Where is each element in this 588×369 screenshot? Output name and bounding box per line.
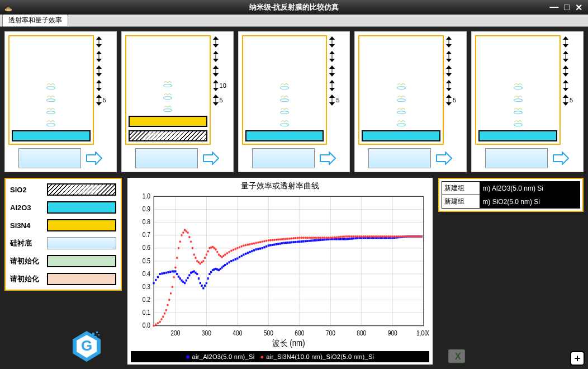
empty-layer-slot[interactable] xyxy=(362,118,440,127)
layer-slab-si3n4[interactable] xyxy=(129,116,207,127)
svg-rect-199 xyxy=(265,245,267,248)
substrate-slab[interactable] xyxy=(135,148,198,168)
layer-column[interactable] xyxy=(125,35,211,145)
svg-point-359 xyxy=(293,237,295,239)
chart-body[interactable]: 2003004005006007008009001,0000.00.10.20.… xyxy=(131,192,429,349)
layer-slab-al2o3[interactable] xyxy=(362,130,440,141)
empty-layer-slot[interactable] xyxy=(12,118,91,127)
thickness-spinner[interactable] xyxy=(563,51,580,62)
thickness-spinner[interactable]: 5 xyxy=(96,94,113,106)
layer-column[interactable] xyxy=(475,35,561,145)
empty-layer-slot[interactable] xyxy=(362,106,440,115)
legend-swatch-si3n4[interactable] xyxy=(47,219,116,231)
empty-layer-slot[interactable] xyxy=(362,93,440,102)
substrate-slab[interactable] xyxy=(368,148,431,168)
empty-layer-slot[interactable] xyxy=(478,118,557,127)
thickness-spinner[interactable] xyxy=(563,65,580,77)
empty-layer-slot[interactable] xyxy=(245,118,324,127)
legend-swatch-g2[interactable] xyxy=(47,273,116,285)
thickness-spinner[interactable] xyxy=(446,51,463,62)
thickness-spinner[interactable] xyxy=(213,65,230,77)
thickness-spinner[interactable] xyxy=(446,80,463,91)
substrate-slab[interactable] xyxy=(252,148,315,168)
svg-marker-43 xyxy=(329,44,335,48)
svg-point-397 xyxy=(366,235,368,238)
run-arrow-button[interactable] xyxy=(318,150,337,167)
svg-point-287 xyxy=(165,309,167,311)
legend-swatch-g1[interactable] xyxy=(47,255,116,267)
layer-column[interactable] xyxy=(8,35,94,145)
layer-slab-al2o3[interactable] xyxy=(478,130,557,141)
thickness-spinner[interactable]: 5 xyxy=(329,94,346,106)
empty-layer-slot[interactable] xyxy=(245,106,324,115)
layer-slab-sio2[interactable] xyxy=(129,130,207,141)
close-button[interactable]: ✕ xyxy=(573,2,585,13)
thickness-spinner[interactable] xyxy=(446,65,463,77)
empty-layer-slot[interactable] xyxy=(478,81,557,90)
empty-layer-slot[interactable] xyxy=(129,79,207,88)
svg-rect-212 xyxy=(291,241,292,243)
svg-rect-215 xyxy=(297,241,298,243)
add-button[interactable]: + xyxy=(570,351,585,366)
svg-rect-147 xyxy=(174,271,176,273)
empty-layer-slot[interactable] xyxy=(362,81,440,90)
thickness-spinner[interactable]: 5 xyxy=(446,94,463,106)
thickness-spinner[interactable] xyxy=(563,36,580,48)
substrate-slab[interactable] xyxy=(18,148,81,168)
empty-layer-slot[interactable] xyxy=(245,81,324,90)
legend-label: 请初始化 xyxy=(10,274,41,284)
group-name-cell: 新建组 xyxy=(442,195,480,209)
layer-slab-al2o3[interactable] xyxy=(245,130,324,141)
thickness-spinner[interactable] xyxy=(329,36,346,48)
legend-swatch-al2o3[interactable] xyxy=(47,201,116,214)
thickness-spinner[interactable] xyxy=(329,80,346,91)
tab-transmittance[interactable]: 透射率和量子效率 xyxy=(2,14,68,26)
svg-point-422 xyxy=(415,235,416,238)
svg-rect-186 xyxy=(239,256,240,258)
group-row[interactable]: 新建组m) Al2O3(5.0 nm) Si xyxy=(442,182,580,195)
substrate-slab[interactable] xyxy=(485,148,548,168)
thickness-spinner[interactable] xyxy=(96,65,113,77)
run-arrow-button[interactable] xyxy=(201,150,220,167)
main-area: 5105555 SiO2Al2O3Si3N4硅衬底请初始化请初始化 量子效率或透… xyxy=(0,27,588,369)
empty-layer-slot[interactable] xyxy=(478,93,557,102)
svg-point-389 xyxy=(351,235,353,238)
minimize-button[interactable]: — xyxy=(547,2,561,13)
svg-point-405 xyxy=(382,235,383,238)
thickness-spinner[interactable] xyxy=(446,36,463,48)
thickness-spinner[interactable] xyxy=(96,51,113,62)
svg-point-401 xyxy=(374,235,376,238)
empty-layer-slot[interactable] xyxy=(12,81,91,90)
empty-layer-slot[interactable] xyxy=(478,106,557,115)
empty-layer-slot[interactable] xyxy=(245,93,324,102)
thickness-spinner[interactable] xyxy=(329,65,346,77)
svg-point-383 xyxy=(339,236,341,238)
run-arrow-button[interactable] xyxy=(434,150,453,167)
thickness-spinner[interactable]: 5 xyxy=(563,94,580,106)
legend-swatch-substrate[interactable] xyxy=(47,237,116,249)
empty-layer-slot[interactable] xyxy=(12,93,91,102)
thickness-spinner[interactable] xyxy=(96,36,113,48)
run-arrow-button[interactable] xyxy=(84,150,103,167)
legend-swatch-sio2[interactable] xyxy=(47,183,116,196)
empty-layer-slot[interactable] xyxy=(12,106,91,115)
thickness-spinner[interactable]: 10 xyxy=(213,80,230,91)
layer-column[interactable] xyxy=(242,35,328,145)
legend-row: Si3N4 xyxy=(10,219,116,231)
thickness-spinner[interactable] xyxy=(213,36,230,48)
group-row[interactable]: 新建组m) SiO2(5.0 nm) Si xyxy=(442,195,580,209)
maximize-button[interactable]: □ xyxy=(562,2,572,13)
thickness-spinner[interactable] xyxy=(96,80,113,91)
run-arrow-button[interactable] xyxy=(551,150,570,167)
empty-layer-slot[interactable] xyxy=(129,91,207,100)
thickness-spinner[interactable] xyxy=(563,80,580,91)
stack-panel: 5 xyxy=(4,31,117,172)
thickness-spinner[interactable]: 5 xyxy=(213,94,230,106)
thickness-spinner[interactable] xyxy=(329,51,346,62)
thickness-spinner[interactable] xyxy=(213,51,230,62)
svg-point-384 xyxy=(341,236,343,238)
layer-slab-al2o3[interactable] xyxy=(12,130,91,141)
empty-layer-slot[interactable] xyxy=(129,103,207,112)
layer-column[interactable] xyxy=(358,35,444,145)
svg-point-40 xyxy=(280,111,288,114)
